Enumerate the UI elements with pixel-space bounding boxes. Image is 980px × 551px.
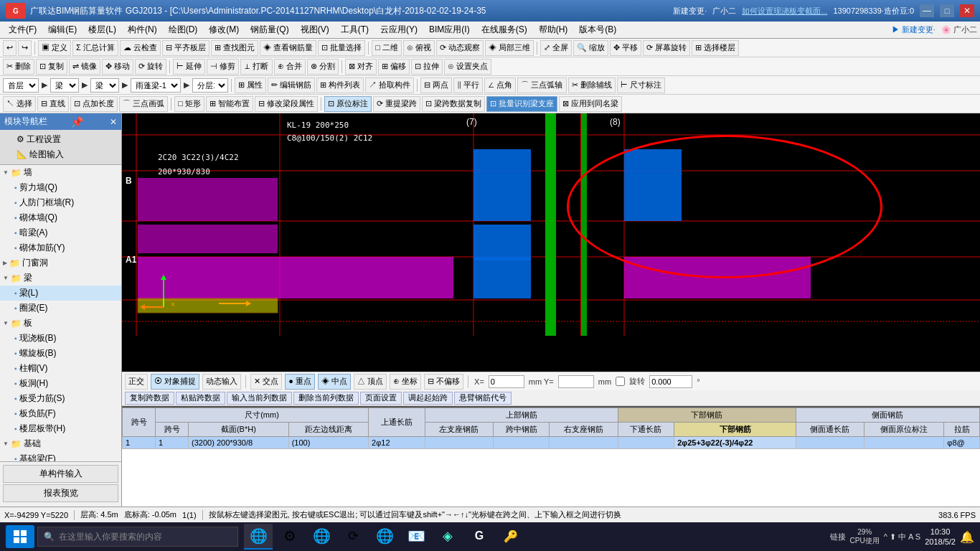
point-angle-btn[interactable]: ∠ 点角	[484, 77, 516, 93]
menu-component[interactable]: 构件(N)	[122, 22, 163, 37]
sidebar-item-cast-slab[interactable]: ▪现浇板(B)	[0, 331, 121, 346]
dynamic-input-btn[interactable]: 动态输入	[202, 374, 241, 390]
new-change-btn[interactable]: 新建变更·	[673, 6, 707, 17]
sidebar-item-beam[interactable]: ▪梁(L)	[0, 286, 121, 301]
y-input[interactable]	[558, 375, 594, 388]
taskbar-app-key[interactable]: 🔑	[496, 524, 525, 550]
report-preview-btn[interactable]: 报表预览	[3, 484, 118, 502]
apply-same-name-btn[interactable]: ⊠ 应用到同名梁	[559, 96, 622, 112]
three-point-arc-btn[interactable]: ⌒ 三点弧轴	[517, 77, 566, 93]
menu-version[interactable]: 版本号(B)	[573, 22, 622, 37]
rain-selector[interactable]: 雨蓬梁-1	[131, 78, 181, 93]
three-point-arc-draw-btn[interactable]: ⌒ 三点画弧	[119, 96, 168, 112]
layer-selector[interactable]: 分层1	[192, 78, 228, 93]
midpoint-btn[interactable]: ◈ 中点	[318, 374, 351, 390]
split-btn[interactable]: ⊗ 分割	[307, 59, 339, 75]
rotate-checkbox[interactable]	[616, 377, 625, 386]
menu-edit[interactable]: 编辑(E)	[42, 22, 83, 37]
intersection-btn[interactable]: ✕ 交点	[250, 374, 282, 390]
edit-rebar-btn[interactable]: ✏ 编辑钢筋	[268, 77, 315, 93]
table-row[interactable]: 1 1 (3200) 200*930/8 (100) 2φ12 2φ25+3φ2…	[123, 437, 980, 449]
local-3d-btn[interactable]: ◈ 局部三维	[485, 40, 534, 56]
sidebar-cat-wall[interactable]: ▼ 📁 墙	[0, 165, 121, 180]
menu-draw[interactable]: 绘图(D)	[163, 22, 204, 37]
dim-note-btn[interactable]: ⊢ 尺寸标注	[617, 77, 665, 93]
sidebar-item-ring-beam[interactable]: ▪圈梁(E)	[0, 301, 121, 316]
input-col-btn[interactable]: 输入当前列数据	[227, 392, 292, 405]
page-setup-btn[interactable]: 页面设置	[360, 392, 402, 405]
dynamic-view-btn[interactable]: ⟳ 动态观察	[436, 40, 484, 56]
mirror-btn[interactable]: ⇌ 镜像	[69, 59, 100, 75]
drawing-input[interactable]: 📐 绘图输入	[2, 147, 119, 162]
sidebar-item-hidden-beam[interactable]: ▪暗梁(A)	[0, 225, 121, 240]
menu-tools[interactable]: 工具(T)	[335, 22, 374, 37]
floor-selector[interactable]: 首层	[3, 78, 39, 93]
paste-span-btn[interactable]: 粘贴跨数据	[176, 392, 225, 405]
merge-btn[interactable]: ⊕ 合并	[274, 59, 306, 75]
system-tray-icons[interactable]: ^ ⬆ 中 A S	[884, 532, 920, 542]
cad-table-area[interactable]: 跨号 尺寸(mm) 上通长筋 上部钢筋 下部钢筋 侧面钢筋 跨号 截面(B*H)…	[122, 406, 980, 507]
redo-btn[interactable]: ↪	[18, 40, 32, 56]
minimize-btn[interactable]: —	[920, 4, 934, 17]
coord-btn[interactable]: ⊕ 坐标	[390, 374, 421, 390]
copy-btn[interactable]: ⊡ 复制	[36, 59, 67, 75]
notification-btn[interactable]: 🔔	[960, 530, 974, 544]
component-type-selector[interactable]: 梁	[50, 78, 79, 93]
cad-canvas[interactable]: KL-19 200*250 C8@100/150(2) 2C12 2C20 3C…	[122, 113, 980, 372]
move-btn[interactable]: ✥ 移动	[102, 59, 133, 75]
maximize-btn[interactable]: □	[940, 4, 954, 17]
top-view-btn[interactable]: ⊙ 俯视	[403, 40, 435, 56]
extend-btn[interactable]: ⊢ 延伸	[173, 59, 205, 75]
trim-btn[interactable]: ⊣ 修剪	[207, 59, 239, 75]
vertex-btn[interactable]: △ 顶点	[354, 374, 387, 390]
taskbar-app-mail[interactable]: 📧	[402, 524, 430, 550]
calc-btn[interactable]: Σ 汇总计算	[72, 40, 118, 56]
delete-aux-btn[interactable]: ✂ 删除辅线	[568, 77, 616, 93]
zoom-btn[interactable]: 🔍 缩放	[573, 40, 608, 56]
fullscreen-btn[interactable]: ⤢ 全屏	[540, 40, 572, 56]
modify-beam-seg-btn[interactable]: ⊟ 修改梁段属性	[255, 96, 318, 112]
sidebar-item-shear-wall[interactable]: ▪剪力墙(Q)	[0, 180, 121, 195]
taskbar-app-edge4[interactable]: 🌐	[370, 524, 399, 550]
sidebar-item-spiral-slab[interactable]: ▪螺旋板(B)	[0, 346, 121, 361]
stretch-btn[interactable]: ⊡ 拉伸	[411, 59, 443, 75]
menu-rebar-qty[interactable]: 钢筋量(Q)	[245, 22, 294, 37]
define-btn[interactable]: ▣ 定义	[38, 40, 71, 56]
taskbar-app-game[interactable]: ◈	[433, 524, 462, 550]
menu-file[interactable]: 文件(F)	[3, 22, 42, 37]
offset-btn[interactable]: ⊞ 偏移	[378, 59, 410, 75]
original-label-btn[interactable]: ⊡ 原位标注	[324, 96, 372, 112]
copy-span-btn[interactable]: 复制跨数据	[125, 392, 174, 405]
level-floor-btn[interactable]: ⊟ 平齐板层	[162, 40, 209, 56]
re-extract-span-btn[interactable]: ⟳ 重提梁跨	[373, 96, 420, 112]
sidebar-cat-beam[interactable]: ▼ 📁 梁	[0, 270, 121, 286]
taskbar-app-edge1[interactable]: ⚙	[275, 524, 304, 550]
single-component-input-btn[interactable]: 单构件输入	[3, 465, 118, 483]
menu-cloud[interactable]: 云应用(Y)	[374, 22, 423, 37]
sidebar-item-slab-rebar[interactable]: ▪板受力筋(S)	[0, 391, 121, 406]
batch-identify-support-btn[interactable]: ⊡ 批量识别梁支座	[486, 96, 557, 112]
sidebar-item-masonry-wall[interactable]: ▪砌体墙(Q)	[0, 210, 121, 225]
sidebar-cat-slab[interactable]: ▼ 📁 板	[0, 316, 121, 331]
cloud-check-btn[interactable]: ☁ 云检查	[120, 40, 161, 56]
menu-bim[interactable]: BIM应用(I)	[423, 22, 476, 37]
endpoint-btn[interactable]: ● 重点	[285, 374, 315, 390]
close-btn[interactable]: ✕	[960, 4, 974, 17]
find-element-btn[interactable]: ⊞ 查找图元	[211, 40, 258, 56]
x-input[interactable]	[489, 375, 524, 388]
snap-btn[interactable]: ⦿ 对象捕捉	[151, 374, 199, 390]
parallel-btn[interactable]: ∥ 平行	[453, 77, 483, 93]
sidebar-cat-foundation[interactable]: ▼ 📁 基础	[0, 436, 121, 451]
menu-help[interactable]: 帮助(H)	[533, 22, 574, 37]
delete-col-btn[interactable]: 删除当前列数据	[293, 392, 359, 405]
help-link[interactable]: 如何设置现浇板变截面...	[742, 6, 827, 17]
taskbar-app-g[interactable]: G	[465, 524, 494, 550]
view-rebar-btn[interactable]: ◈ 查看钢筋量	[260, 40, 316, 56]
break-btn[interactable]: ⊥ 打断	[240, 59, 272, 75]
taskbar-app-explorer[interactable]: 🌐	[244, 524, 273, 550]
pick-component-btn[interactable]: ↗ 拾取构件	[365, 77, 414, 93]
taskbar-app-edge3[interactable]: ⟳	[339, 524, 367, 550]
point-length-btn[interactable]: ⊡ 点加长度	[70, 96, 118, 112]
rotate-btn[interactable]: ⟳ 旋转	[135, 59, 166, 75]
smart-layout-btn[interactable]: ⊞ 智能布置	[206, 96, 253, 112]
